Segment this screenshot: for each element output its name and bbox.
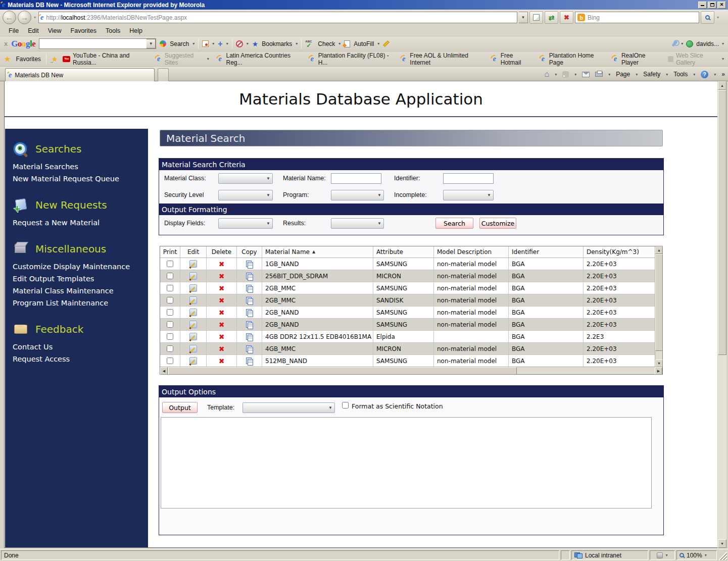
bookmarks-star-icon[interactable]: ★ <box>252 40 259 48</box>
google-search-input[interactable]: ▼ <box>39 38 156 49</box>
display-fields-select[interactable]: ▼ <box>218 218 273 229</box>
template-select[interactable]: ▼ <box>242 402 335 413</box>
favorite-link[interactable]: e Plantation Home Page <box>540 52 604 66</box>
delete-icon[interactable]: ✖ <box>219 260 225 268</box>
favorite-link[interactable]: e Plantation Facility (FL08) - H... <box>309 52 393 66</box>
popup-blocker-icon[interactable] <box>236 40 243 47</box>
edit-icon[interactable] <box>189 260 197 268</box>
scrollbar-thumb[interactable] <box>655 254 663 351</box>
print-checkbox[interactable] <box>167 309 173 316</box>
highlighter-icon[interactable] <box>383 40 390 47</box>
google-search-caret-icon[interactable]: ▼ <box>147 39 156 48</box>
column-header[interactable]: Delete <box>207 246 237 258</box>
caret-icon[interactable]: ▾ <box>693 72 695 77</box>
forward-button[interactable]: → <box>18 11 31 24</box>
sidebar-link[interactable]: Material Class Maintenance <box>13 285 148 297</box>
search-go-button[interactable] <box>701 11 714 24</box>
edit-icon[interactable] <box>189 272 197 280</box>
copy-icon[interactable] <box>246 321 253 328</box>
menu-favorites[interactable]: Favorites <box>66 27 101 34</box>
copy-icon[interactable] <box>246 345 253 352</box>
favorite-link[interactable]: e Suggested Sites ▾ <box>155 52 209 66</box>
menu-file[interactable]: File <box>4 27 23 34</box>
customize-button[interactable]: Customize <box>479 218 516 229</box>
browser-vertical-scrollbar[interactable]: ▲ ▼ <box>718 81 726 548</box>
caret-icon[interactable]: ▾ <box>636 72 638 77</box>
caret-icon[interactable]: ▾ <box>192 41 195 46</box>
caret-icon[interactable]: ▾ <box>226 41 228 46</box>
copy-icon[interactable] <box>246 273 253 280</box>
history-caret-icon[interactable]: ▾ <box>34 15 36 20</box>
copy-icon[interactable] <box>246 285 253 292</box>
tools-menu[interactable]: Tools <box>673 71 688 78</box>
delete-icon[interactable]: ✖ <box>219 272 225 280</box>
output-textarea[interactable] <box>161 417 652 508</box>
delete-icon[interactable]: ✖ <box>219 296 225 304</box>
search-box[interactable]: b Bing <box>575 12 699 23</box>
table-horizontal-scrollbar[interactable]: ◀ ▶ <box>160 367 662 374</box>
scrollbar-thumb[interactable] <box>168 367 517 375</box>
column-header[interactable]: Material Name▲ <box>262 246 373 258</box>
refresh-button[interactable]: ⇄ <box>545 11 558 24</box>
search-button[interactable]: Search <box>435 218 473 229</box>
caret-icon[interactable]: ▾ <box>722 41 724 46</box>
edit-icon[interactable] <box>189 296 197 304</box>
edit-icon[interactable] <box>189 357 197 365</box>
print-checkbox[interactable] <box>167 358 173 364</box>
column-header[interactable]: Print <box>160 246 180 258</box>
print-checkbox[interactable] <box>167 273 173 279</box>
scroll-right-icon[interactable]: ▶ <box>655 367 662 375</box>
caret-icon[interactable]: ▾ <box>296 41 298 46</box>
caret-icon[interactable]: ▾ <box>338 41 341 46</box>
toolbar-settings-icon[interactable] <box>671 40 678 47</box>
zoom-control[interactable]: 100% ▾ <box>676 550 717 560</box>
delete-icon[interactable]: ✖ <box>219 309 225 317</box>
url-field[interactable]: e http://localhost:2396/MaterialsDBNewTe… <box>38 12 517 23</box>
account-menu[interactable]: davids... <box>696 40 719 47</box>
caret-icon[interactable]: ▾ <box>555 72 557 77</box>
menu-tools[interactable]: Tools <box>101 27 125 34</box>
favorite-link[interactable]: e Latin America Countries Reg... <box>217 52 301 66</box>
caret-icon[interactable]: ▾ <box>705 553 707 557</box>
scroll-down-icon[interactable]: ▼ <box>718 539 726 548</box>
page-menu[interactable]: Page <box>616 71 630 78</box>
add-button-icon[interactable]: + <box>218 40 222 48</box>
caret-icon[interactable]: ▾ <box>574 72 576 77</box>
sidebar-link[interactable]: Customize Display Maintenance <box>13 261 148 273</box>
incomplete-select[interactable]: ▼ <box>443 190 494 200</box>
close-button[interactable]: ✕ <box>717 2 726 9</box>
caret-icon[interactable]: ▾ <box>377 41 379 46</box>
delete-icon[interactable]: ✖ <box>219 357 225 365</box>
edit-icon[interactable] <box>189 284 197 292</box>
identifier-input[interactable] <box>443 173 494 184</box>
material-name-input[interactable] <box>331 173 381 184</box>
caret-icon[interactable]: ▾ <box>247 41 249 46</box>
stop-button[interactable]: ✖ <box>560 11 573 24</box>
scroll-down-icon[interactable]: ▼ <box>655 360 663 367</box>
bookmarks-button[interactable]: Bookmarks <box>262 40 292 47</box>
column-header[interactable]: Attribute <box>373 246 434 258</box>
print-checkbox[interactable] <box>167 297 173 303</box>
copy-icon[interactable] <box>246 297 253 304</box>
caret-icon[interactable]: ▾ <box>714 72 716 77</box>
security-level-select[interactable]: ▼ <box>218 190 273 200</box>
column-header[interactable]: Density(Kg/m^3) <box>584 246 655 258</box>
scrollbar-thumb[interactable] <box>718 90 726 355</box>
favorite-link[interactable]: e Free AOL & Unlimited Internet <box>401 52 483 66</box>
menu-edit[interactable]: Edit <box>23 27 43 34</box>
caret-icon[interactable]: ▾ <box>722 57 724 61</box>
sidebar-link[interactable]: Material Searches <box>13 161 148 173</box>
read-mail-icon[interactable] <box>582 72 590 77</box>
results-select[interactable]: ▼ <box>331 218 384 229</box>
scroll-up-icon[interactable]: ▲ <box>718 81 726 90</box>
print-checkbox[interactable] <box>167 345 173 352</box>
toolbar-close-button[interactable]: x <box>4 40 8 47</box>
output-button[interactable]: Output <box>162 402 198 413</box>
copy-icon[interactable] <box>246 309 253 316</box>
sidebar-link[interactable]: Request Access <box>13 353 148 365</box>
compatibility-view-button[interactable] <box>529 11 543 24</box>
resize-grip[interactable] <box>718 551 727 560</box>
print-checkbox[interactable] <box>167 321 173 328</box>
favorites-button[interactable]: Favorites <box>16 56 40 63</box>
delete-icon[interactable]: ✖ <box>219 345 225 353</box>
